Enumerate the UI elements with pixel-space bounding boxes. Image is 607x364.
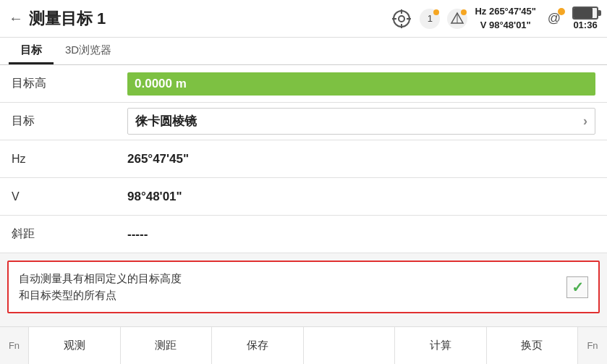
arrow-right-icon: › <box>583 114 587 129</box>
tabs: 目标 3D浏览器 <box>0 38 607 65</box>
row-hz: Hz 265°47'45" <box>0 140 607 178</box>
toolbar: Fn 观测 测距 保存 计算 换页 Fn <box>0 326 607 364</box>
toolbar-observe[interactable]: 观测 <box>29 327 121 364</box>
toolbar-empty <box>304 327 396 364</box>
content: 目标高 0.0000 m 目标 徕卡圆棱镜 › Hz 265°47'45" V … <box>0 65 607 313</box>
label-v: V <box>12 190 127 203</box>
indicator-dot <box>433 9 439 15</box>
row-target-height: 目标高 0.0000 m <box>0 65 607 103</box>
battery-icon <box>572 7 598 20</box>
battery-block: 01:36 <box>572 7 598 30</box>
prism-dot <box>461 9 467 15</box>
hz-v-display: Hz 265°47'45" V 98°48'01" <box>475 5 536 31</box>
toolbar-save[interactable]: 保存 <box>212 327 304 364</box>
time-display: 01:36 <box>573 20 597 30</box>
value-target-height[interactable]: 0.0000 m <box>127 72 595 96</box>
value-hz: 265°47'45" <box>127 152 595 166</box>
toolbar-next-page[interactable]: 换页 <box>487 327 579 364</box>
back-button[interactable]: ← <box>9 10 23 27</box>
at-icon: @ <box>543 8 565 30</box>
header-icons: 1 Hz 265°47'45" V 98°48'01" @ 01:36 <box>391 5 598 31</box>
value-v: 98°48'01" <box>127 190 595 204</box>
toolbar-measure-dist[interactable]: 测距 <box>121 327 213 364</box>
target-name: 徕卡圆棱镜 <box>135 113 197 130</box>
prism-indicator <box>447 9 467 29</box>
auto-measure-checkbox[interactable]: ✓ <box>566 276 588 298</box>
toolbar-calculate[interactable]: 计算 <box>395 327 487 364</box>
row-target: 目标 徕卡圆棱镜 › <box>0 103 607 140</box>
value-slope: ----- <box>127 227 595 242</box>
row-v: V 98°48'01" <box>0 178 607 216</box>
label-hz: Hz <box>12 153 127 166</box>
toolbar-fn-right[interactable]: Fn <box>578 327 607 364</box>
auto-measure-row[interactable]: 自动测量具有相同定义的目标高度 和目标类型的所有点 ✓ <box>7 261 600 313</box>
label-target: 目标 <box>12 114 127 129</box>
label-target-height: 目标高 <box>12 76 127 91</box>
v-value: V 98°48'01" <box>475 19 536 32</box>
label-slope: 斜距 <box>12 227 127 242</box>
person-indicator: 1 <box>420 9 440 29</box>
auto-measure-line2: 和目标类型的所有点 <box>19 287 558 304</box>
svg-point-1 <box>399 16 404 22</box>
tab-target[interactable]: 目标 <box>9 38 54 64</box>
toolbar-fn-left[interactable]: Fn <box>0 327 29 364</box>
warning-dot <box>558 8 565 15</box>
checkbox-check-icon: ✓ <box>572 279 584 296</box>
battery-fill <box>574 8 593 18</box>
row-slope: 斜距 ----- <box>0 216 607 253</box>
header-left: ← 测量目标 1 <box>9 8 391 30</box>
auto-measure-line1: 自动测量具有相同定义的目标高度 <box>19 271 558 287</box>
tab-3d-browser[interactable]: 3D浏览器 <box>54 38 123 64</box>
page-title: 测量目标 1 <box>29 8 106 30</box>
hz-value: Hz 265°47'45" <box>475 5 536 18</box>
crosshair-icon <box>391 8 412 30</box>
header: ← 测量目标 1 1 Hz 265°47'45" V 9 <box>0 0 607 38</box>
value-target[interactable]: 徕卡圆棱镜 › <box>127 108 595 135</box>
auto-measure-text: 自动测量具有相同定义的目标高度 和目标类型的所有点 <box>19 271 558 303</box>
